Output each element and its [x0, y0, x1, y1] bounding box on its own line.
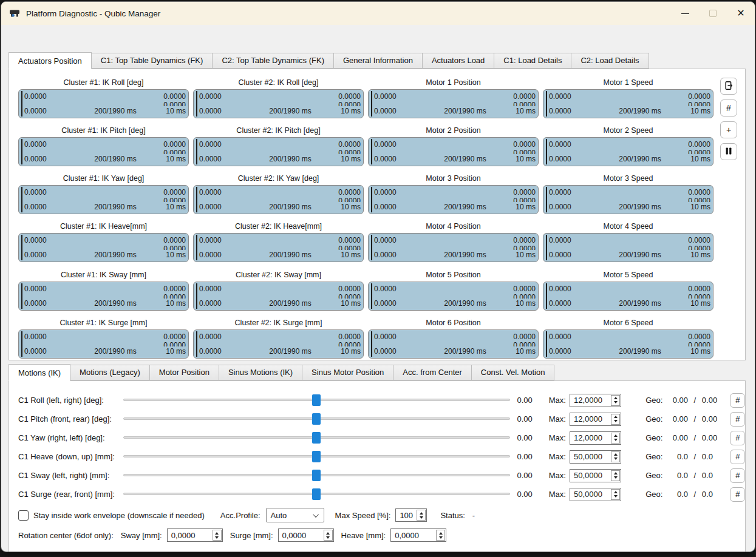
plot-canvas: 0.0000 0.0000 0.0000 0.0000 200/1990 ms … [543, 137, 713, 166]
slider-handle[interactable] [312, 394, 321, 406]
plot-canvas: 0.0000 0.0000 0.0000 0.0000 200/1990 ms … [193, 233, 364, 262]
bottom-tab-2[interactable]: Motor Position [149, 365, 219, 380]
slider-handle[interactable] [312, 488, 321, 500]
bottom-tab-4[interactable]: Sinus Motor Position [302, 365, 393, 380]
spin-down-icon[interactable] [215, 536, 219, 539]
spin-up-icon[interactable] [614, 491, 618, 493]
close-button[interactable]: ✕ [727, 2, 755, 25]
spinner-buttons[interactable] [324, 530, 333, 541]
spinner-buttons[interactable] [436, 530, 445, 541]
add-button[interactable]: + [720, 121, 737, 138]
plot-value-top-left: 0.0000 [199, 189, 222, 196]
minimize-button[interactable] [671, 2, 699, 25]
bottom-tab-3[interactable]: Sinus Motions (IK) [219, 365, 302, 380]
motion-slider[interactable] [123, 451, 509, 462]
spinner-buttons[interactable] [611, 433, 620, 444]
stay-inside-envelope-checkbox[interactable] [18, 510, 29, 521]
spin-up-icon[interactable] [614, 397, 618, 399]
spin-up-icon[interactable] [420, 512, 423, 515]
top-tab-4[interactable]: Actuators Load [422, 53, 494, 69]
max-spinbox[interactable]: 12,0000 [570, 394, 621, 407]
rotation-center-label: Rotation center (6dof only): [18, 531, 114, 540]
spin-down-icon[interactable] [614, 439, 618, 441]
plot-value-bottom-left: 0.0000 [24, 107, 47, 115]
rotation-spinbox[interactable]: 0,0000 [167, 528, 223, 542]
bottom-tab-5[interactable]: Acc. from Center [393, 365, 472, 380]
spin-down-icon[interactable] [614, 476, 618, 479]
spin-up-icon[interactable] [614, 434, 618, 437]
spinner-buttons[interactable] [611, 451, 620, 462]
motion-slider[interactable] [123, 413, 509, 425]
motion-slider[interactable] [123, 470, 509, 481]
max-spinbox[interactable]: 50,0000 [570, 469, 621, 482]
plot-value-mid-right: 0.0000 [688, 342, 710, 346]
max-spinbox[interactable]: 12,0000 [570, 431, 621, 445]
motion-slider[interactable] [123, 488, 509, 500]
spin-up-icon[interactable] [215, 532, 219, 535]
plot-canvas: 0.0000 0.0000 0.0000 0.0000 200/1990 ms … [18, 233, 189, 262]
max-spinbox[interactable]: 50,0000 [570, 488, 621, 501]
bottom-tab-6[interactable]: Const. Vel. Motion [471, 365, 555, 380]
spinner-buttons[interactable] [611, 414, 620, 425]
plot-value-mid-right: 0.0000 [163, 101, 186, 106]
spinner-buttons[interactable] [213, 530, 222, 541]
spinner-buttons[interactable] [417, 510, 426, 521]
bottom-tab-1[interactable]: Motions (Legacy) [70, 365, 150, 380]
motions-panel: C1 Roll (left, right) [deg]: 0.00 Max: 1… [9, 380, 746, 552]
export-button[interactable] [720, 78, 737, 95]
hash-button[interactable]: # [730, 431, 745, 445]
hash-button[interactable]: # [730, 468, 745, 483]
spin-up-icon[interactable] [614, 453, 618, 456]
spin-up-icon[interactable] [439, 532, 443, 535]
rotation-spinbox[interactable]: 0,0000 [390, 528, 446, 542]
top-tab-2[interactable]: C2: Top Table Dynamics (FK) [212, 53, 334, 69]
max-speed-spinbox[interactable]: 100 [395, 508, 427, 522]
plot-value-top-right: 0.0000 [688, 285, 710, 292]
hash-button[interactable]: # [730, 487, 745, 502]
top-tab-0[interactable]: Actuators Position [9, 52, 92, 69]
slider-label: C1 Roll (left, right) [deg]: [18, 396, 123, 405]
top-tab-6[interactable]: C2: Load Details [571, 53, 649, 69]
spin-down-icon[interactable] [439, 536, 443, 539]
max-spinbox[interactable]: 50,0000 [570, 450, 621, 464]
spin-up-icon[interactable] [614, 472, 618, 474]
spinner-buttons[interactable] [611, 470, 620, 481]
slider-handle[interactable] [312, 432, 321, 444]
plot-time-window-label: 200/1990 ms [619, 348, 661, 355]
hash-button[interactable]: # [730, 412, 745, 427]
spin-down-icon[interactable] [420, 516, 423, 519]
slider-handle[interactable] [312, 470, 321, 481]
spin-down-icon[interactable] [614, 420, 618, 422]
hash-button[interactable]: # [730, 393, 745, 408]
spinner-buttons[interactable] [611, 395, 620, 406]
spin-down-icon[interactable] [614, 401, 618, 403]
bottom-tab-0[interactable]: Motions (IK) [9, 364, 70, 381]
slider-handle[interactable] [312, 413, 321, 425]
plot-canvas: 0.0000 0.0000 0.0000 0.0000 200/1990 ms … [193, 137, 364, 166]
spin-down-icon[interactable] [614, 457, 618, 460]
rotation-field-label: Heave [mm]: [341, 531, 386, 540]
top-tab-5[interactable]: C1: Load Details [494, 53, 571, 69]
max-spinbox[interactable]: 12,0000 [570, 413, 621, 426]
maximize-button[interactable] [699, 2, 727, 25]
spin-down-icon[interactable] [326, 536, 330, 539]
top-tab-3[interactable]: General Information [333, 53, 423, 69]
slider-value: 0.00 [511, 452, 533, 461]
plot-cell-21: Cluster #2: IK Surge [mm] 0.0000 0.0000 … [193, 317, 364, 360]
spin-up-icon[interactable] [326, 532, 330, 535]
motion-slider[interactable] [123, 394, 509, 406]
hash-button[interactable]: # [730, 450, 745, 464]
hash-button[interactable]: # [720, 100, 737, 116]
spinner-buttons[interactable] [611, 489, 620, 500]
spin-down-icon[interactable] [614, 495, 618, 498]
plot-value-mid-right: 0.0000 [513, 101, 536, 106]
spin-up-icon[interactable] [614, 416, 618, 418]
rotation-spinbox[interactable]: 0,0000 [278, 528, 334, 542]
pause-icon [724, 147, 733, 157]
top-tab-1[interactable]: C1: Top Table Dynamics (FK) [91, 53, 213, 69]
slider-value: 0.00 [511, 433, 533, 442]
slider-handle[interactable] [312, 451, 321, 462]
acc-profile-dropdown[interactable]: Auto [266, 508, 324, 522]
pause-button[interactable] [720, 143, 737, 160]
motion-slider[interactable] [123, 432, 509, 444]
